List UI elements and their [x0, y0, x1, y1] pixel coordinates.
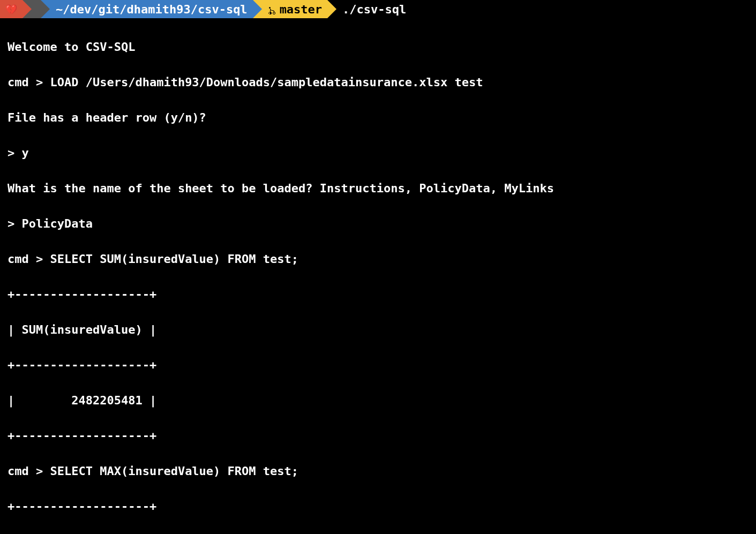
running-command: ./csv-sql	[342, 1, 406, 18]
header-row-answer: > y	[8, 144, 748, 162]
prompt-segment-command: ./csv-sql	[327, 0, 411, 18]
cwd-path: ~/dev/git/dhamith93/csv-sql	[56, 1, 248, 18]
table-separator: +-------------------+	[8, 498, 748, 515]
table-separator: +-------------------+	[8, 356, 748, 374]
query-cmd: cmd > SELECT MAX(insuredValue) FROM test…	[8, 462, 748, 480]
sheet-prompt: What is the name of the sheet to be load…	[8, 179, 748, 197]
table-separator: +-------------------+	[8, 427, 748, 445]
sheet-answer: > PolicyData	[8, 215, 748, 232]
table-separator: +-------------------+	[8, 285, 748, 303]
broken-heart-icon: 💔	[5, 2, 17, 17]
prompt-segment-path: ~/dev/git/dhamith93/csv-sql	[41, 0, 253, 18]
prompt-segment-heart: 💔	[0, 0, 23, 18]
header-row-prompt: File has a header row (y/n)?	[8, 109, 748, 126]
table-header: | SUM(insuredValue) |	[8, 321, 748, 339]
welcome-line: Welcome to CSV-SQL	[8, 38, 748, 56]
terminal-output[interactable]: Welcome to CSV-SQL cmd > LOAD /Users/dha…	[0, 18, 756, 534]
prompt-segment-branch: master	[253, 0, 327, 18]
shell-prompt-bar: 💔 ~/dev/git/dhamith93/csv-sql master ./c…	[0, 0, 756, 18]
table-value: | 2482205481 |	[8, 392, 748, 409]
load-command-line: cmd > LOAD /Users/dhamith93/Downloads/sa…	[8, 73, 748, 91]
query-cmd: cmd > SELECT SUM(insuredValue) FROM test…	[8, 250, 748, 268]
git-branch-icon	[268, 1, 276, 18]
git-branch-name: master	[280, 1, 322, 18]
